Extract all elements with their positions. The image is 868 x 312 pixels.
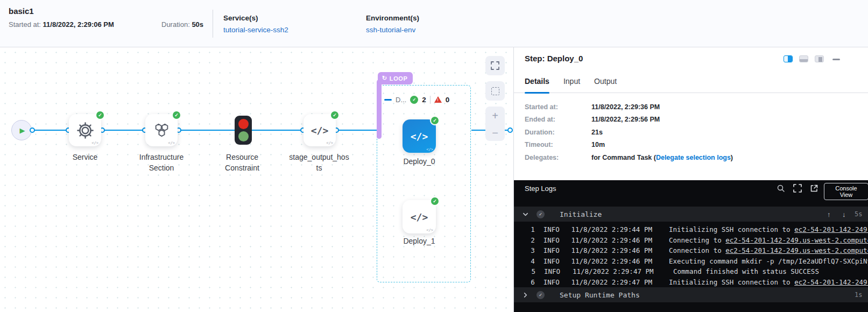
detail-label: Ended at: (525, 116, 591, 124)
log-message-link[interactable]: ec2-54-201-142-249.u (794, 225, 868, 233)
log-open-new-tab-button[interactable] (810, 184, 818, 195)
detail-row: Timeout:10m (525, 141, 733, 149)
code-mini-icon: </> (426, 147, 433, 152)
log-timestamp: 11/8/2022 2:29:47 PM (573, 267, 664, 275)
log-line: 1INFO11/8/2022 2:29:44 PMInitializing SS… (514, 224, 868, 235)
success-badge-icon: ✓ (430, 196, 440, 206)
connector-port (507, 127, 513, 133)
log-message-link[interactable]: ec2-54-201-142-249.us-west-2.compute. (725, 246, 868, 254)
node-service[interactable]: ✓ </> (69, 114, 101, 146)
log-level: INFO (544, 267, 564, 275)
detail-row: Delegates:for Command Task (Delegate sel… (525, 154, 733, 162)
success-badge-icon: ✓ (95, 110, 105, 120)
canvas-select-button[interactable] (485, 81, 505, 101)
service-link[interactable]: tutorial-service-ssh2 (223, 26, 288, 34)
log-level: INFO (544, 236, 563, 244)
log-line: 5INFO11/8/2022 2:29:47 PMCommand finishe… (514, 266, 868, 277)
log-message-link[interactable]: ec2-54-201-142-249.us-west-2.compute. (725, 236, 868, 244)
environment-link[interactable]: ssh-tutorial-env (366, 26, 415, 34)
log-level: INFO (544, 278, 563, 286)
node-label-stage-output-hosts: stage_output_hosts (288, 152, 350, 174)
log-line-number: 4 (514, 257, 535, 265)
log-fullscreen-button[interactable] (793, 184, 802, 195)
node-resource-constraint[interactable] (235, 116, 252, 145)
detail-label: Duration: (525, 129, 591, 137)
step-logs-section: Step Logs Console View ✓ Initialize ↑ (514, 180, 868, 312)
layout-bottom-view-icon[interactable] (799, 55, 808, 62)
log-level: INFO (544, 246, 563, 254)
log-line-number: 3 (514, 246, 535, 254)
detail-label: Delegates: (525, 154, 591, 162)
log-message: Initializing SSH connection to ec2-54-20… (669, 225, 868, 233)
pipeline-canvas[interactable]: ▶ ✓ </> Service ✓ </> Infrastructure Sec… (0, 47, 513, 312)
log-group-setup-runtime-paths[interactable]: ✓ Setup Runtime Paths 1s (514, 287, 868, 302)
count-divider (430, 96, 431, 104)
node-infrastructure[interactable]: ✓ </> (145, 114, 178, 146)
step-panel-title: Step: Deploy_0 (525, 54, 583, 63)
log-message-text: Initializing SSH connection to (669, 225, 794, 233)
log-timestamp: 11/8/2022 2:29:46 PM (571, 246, 659, 254)
log-group-initialize[interactable]: ✓ Initialize ↑ ↓ 5s (514, 207, 868, 222)
duration: Duration: 50s (161, 20, 203, 29)
node-label-deploy-1: Deploy_1 (387, 236, 451, 246)
log-message-text: Initializing SSH connection to (669, 278, 794, 286)
zoom-out-button[interactable]: − (485, 125, 505, 142)
detail-label: Timeout: (525, 141, 591, 149)
log-timestamp: 11/8/2022 2:29:46 PM (571, 257, 659, 265)
loop-badge[interactable]: ↻ LOOP (378, 72, 413, 84)
execution-header: basic1 Started at: 11/8/2022, 2:29:06 PM… (0, 0, 868, 47)
hexagons-icon (153, 122, 171, 139)
loop-icon: ↻ (382, 75, 387, 82)
log-message: Executing command mkdir -p /tmp/Ie2aUDfl… (669, 257, 868, 265)
log-group-duration: 5s (855, 210, 862, 218)
pipeline-start-node: ▶ (11, 120, 32, 140)
detail-value-text: 11/8/2022, 2:29:36 PM (591, 103, 660, 111)
node-stage-output-hosts[interactable]: </> ✓ </> (304, 114, 336, 146)
tab-input[interactable]: Input (563, 77, 580, 91)
code-mini-icon: </> (426, 228, 433, 232)
failure-count-icon: ! (434, 96, 442, 103)
collapse-icon[interactable] (384, 99, 392, 101)
success-badge-icon: ✓ (430, 116, 440, 125)
zoom-in-button[interactable]: + (485, 108, 505, 125)
detail-value-text: 10m (591, 141, 605, 148)
detail-row: Ended at:11/8/2022, 2:29:56 PM (525, 116, 733, 124)
code-icon: </> (411, 211, 428, 223)
log-line: 4INFO11/8/2022 2:29:46 PMExecuting comma… (514, 256, 868, 267)
scroll-to-top-icon[interactable]: ↑ (827, 210, 831, 218)
detail-value-link[interactable]: Delegate selection logs (656, 154, 731, 161)
minimize-panel-icon[interactable] (832, 59, 840, 60)
log-line: 6INFO11/8/2022 2:29:47 PMInitializing SS… (514, 277, 868, 288)
code-mini-icon: </> (168, 141, 175, 145)
code-mini-icon: </> (326, 141, 333, 145)
detail-row: Started at:11/8/2022, 2:29:36 PM (525, 103, 733, 111)
tab-output[interactable]: Output (594, 77, 617, 91)
log-message-link[interactable]: ec2-54-201-142-249.u (794, 278, 868, 286)
log-message-text: Connecting to (669, 236, 725, 244)
duration-value: 50s (192, 20, 203, 29)
fullscreen-icon (793, 184, 802, 193)
log-message: Initializing SSH connection to ec2-54-20… (669, 278, 868, 286)
console-view-button[interactable]: Console View (824, 183, 868, 200)
play-icon: ▶ (20, 126, 25, 134)
node-label-service: Service (53, 152, 117, 162)
log-message-text: Connection to (669, 246, 725, 254)
log-search-button[interactable] (777, 184, 785, 195)
connector-port (30, 127, 35, 133)
log-line: 2INFO11/8/2022 2:29:46 PMConnecting to e… (514, 235, 868, 246)
log-message: Connecting to ec2-54-201-142-249.us-west… (669, 236, 868, 244)
layout-right-view-icon[interactable] (815, 55, 824, 62)
layout-split-view-icon[interactable] (784, 55, 793, 62)
node-deploy-0[interactable]: </> ✓ </> (403, 119, 436, 153)
canvas-fullscreen-button[interactable] (485, 56, 505, 75)
started-at-label: Started at: (9, 20, 41, 29)
tab-details[interactable]: Details (525, 77, 549, 91)
node-label-deploy-0: Deploy_0 (387, 156, 451, 167)
detail-value: 21s (591, 129, 603, 137)
scroll-to-bottom-icon[interactable]: ↓ (842, 210, 846, 218)
node-deploy-1[interactable]: </> ✓ </> (403, 200, 436, 233)
detail-value: 11/8/2022, 2:29:36 PM (591, 103, 660, 111)
group-success-icon: ✓ (537, 210, 545, 218)
started-at: Started at: 11/8/2022, 2:29:06 PM (9, 20, 114, 29)
log-level: INFO (544, 257, 563, 265)
